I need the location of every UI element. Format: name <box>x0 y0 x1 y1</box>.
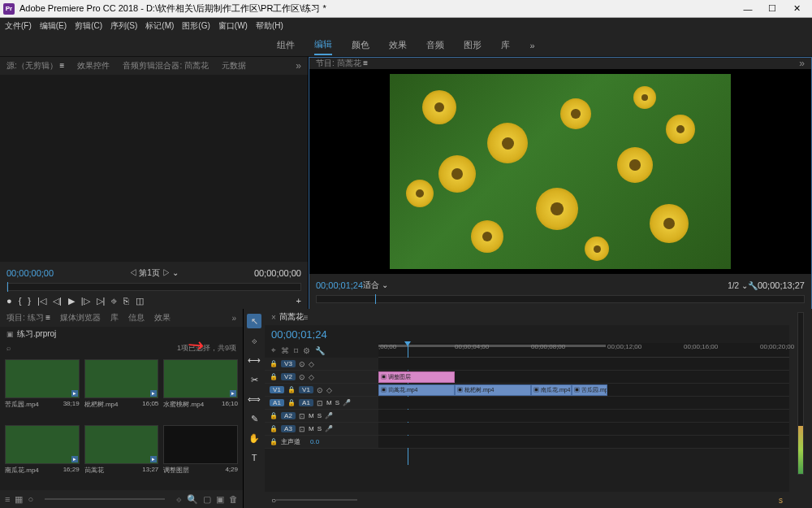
ripple-edit-tool[interactable]: ⟷ <box>247 353 261 367</box>
program-tc[interactable]: 00;00;01;24 <box>316 280 363 290</box>
source-tc-in[interactable]: 00;00;00;00 <box>6 268 54 278</box>
workspace-assembly[interactable]: 组件 <box>277 36 295 54</box>
add-button-icon[interactable]: + <box>296 296 301 306</box>
workspace-audio[interactable]: 音频 <box>426 36 444 54</box>
tab-source[interactable]: 源:（无剪辑） ≡ <box>6 60 64 72</box>
new-bin-icon[interactable]: ▢ <box>203 494 211 505</box>
tab-audio-mixer[interactable]: 音频剪辑混合器: 茼蒿花 <box>123 60 209 72</box>
program-scrubber[interactable] <box>316 295 805 303</box>
marker-add-icon[interactable]: ⌑ <box>294 346 298 355</box>
track-v3[interactable]: 🔒V3⊙◇ <box>265 358 789 371</box>
wrench-icon[interactable]: 🔧 <box>315 346 325 355</box>
close-button[interactable]: ✕ <box>784 1 809 17</box>
menu-help[interactable]: 帮助(H) <box>256 20 283 32</box>
project-item[interactable]: ▸南瓜花.mp416;29 <box>5 425 80 486</box>
tab-info[interactable]: 信息 <box>128 312 145 323</box>
program-fit[interactable]: 适合 ⌄ <box>363 280 388 291</box>
tab-project[interactable]: 项目: 练习 ≡ <box>6 312 50 323</box>
tab-effects[interactable]: 效果 <box>154 312 171 323</box>
sync-lock-icon[interactable]: s <box>779 496 783 505</box>
track-select-tool[interactable]: ⟐ <box>247 333 261 348</box>
tab-libraries[interactable]: 库 <box>110 312 119 323</box>
project-item[interactable]: ▸茼蒿花13;27 <box>84 425 159 486</box>
timeline-tc[interactable]: 00;00;01;24 <box>271 328 327 341</box>
project-item[interactable]: ▸水蜜桃树.mp416;10 <box>163 359 238 420</box>
track-a3[interactable]: 🔒A3⊡MS🎤 <box>265 423 789 436</box>
slip-tool[interactable]: ⟺ <box>247 392 261 406</box>
maximize-button[interactable]: ☐ <box>760 1 784 17</box>
menu-graphics[interactable]: 图形(G) <box>182 20 209 32</box>
step-forward-icon[interactable]: |▷ <box>81 296 90 306</box>
type-tool[interactable]: T <box>247 450 261 465</box>
minimize-button[interactable]: — <box>736 1 760 17</box>
workspace-library[interactable]: 库 <box>501 36 510 54</box>
razor-tool[interactable]: ✂ <box>247 372 261 387</box>
search-icon[interactable]: ⌕ <box>6 344 11 352</box>
in-point-icon[interactable]: { <box>19 296 22 306</box>
track-v1[interactable]: V1🔒V1⊙◇ ▣ 茼蒿花.mp4 ▣ 枇杷树.mp4 ▣ 南瓜花.mp4 ▣ … <box>265 384 789 397</box>
settings-icon[interactable]: ⚙ <box>303 346 310 355</box>
project-breadcrumb[interactable]: ▣ 练习.prproj <box>0 327 243 341</box>
find-icon[interactable]: 🔍 <box>187 494 198 505</box>
project-item[interactable]: ▸苦瓜园.mp438;19 <box>5 359 80 420</box>
source-scrubber[interactable] <box>6 283 301 291</box>
tab-effect-controls[interactable]: 效果控件 <box>77 60 110 72</box>
program-zoom[interactable]: 1/2 ⌄ <box>728 281 748 290</box>
close-seq-icon[interactable]: × <box>271 313 276 322</box>
tab-metadata[interactable]: 元数据 <box>222 60 246 72</box>
audio-meter[interactable] <box>797 312 804 475</box>
menu-file[interactable]: 文件(F) <box>5 20 32 32</box>
track-a1[interactable]: A1🔒A1⊡MS🎤 <box>265 397 789 410</box>
play-icon[interactable]: ▶ <box>68 296 75 306</box>
step-back-icon[interactable]: ◁| <box>53 296 62 306</box>
workspace-editing[interactable]: 编辑 <box>314 35 332 55</box>
menu-marker[interactable]: 标记(M) <box>145 20 174 32</box>
freeform-view-icon[interactable]: ○ <box>28 494 33 504</box>
linked-sel-icon[interactable]: ⌘ <box>281 346 289 355</box>
list-view-icon[interactable]: ≡ <box>5 494 10 504</box>
tab-program[interactable]: 节目: 茼蒿花 ≡ <box>316 58 368 69</box>
clip[interactable]: ▣ 南瓜花.mp4 <box>531 384 572 396</box>
project-overflow[interactable]: » <box>231 314 236 323</box>
clip[interactable]: ▣ 苦瓜园.mp4 <box>572 384 607 396</box>
program-overflow[interactable]: » <box>799 58 805 69</box>
sequence-name[interactable]: 茼蒿花 <box>279 311 304 323</box>
snap-icon[interactable]: ⌖ <box>271 345 276 355</box>
overwrite-icon[interactable]: ⎘ <box>123 296 129 306</box>
export-frame-icon[interactable]: ◫ <box>136 296 144 306</box>
source-fit[interactable]: ◁ 第1页 ▷ ⌄ <box>129 267 179 279</box>
menu-edit[interactable]: 编辑(E) <box>40 20 67 32</box>
goto-out-icon[interactable]: ▷| <box>97 296 106 306</box>
workspace-effects[interactable]: 效果 <box>389 36 407 54</box>
clip[interactable]: ▣ 调整图层 <box>378 371 455 383</box>
project-item[interactable]: ▸枇杷树.mp416;05 <box>84 359 159 420</box>
new-item-icon[interactable]: ▣ <box>216 494 224 505</box>
insert-icon[interactable]: ⎆ <box>111 296 117 306</box>
track-master[interactable]: 🔒主声道0.0 <box>265 436 789 449</box>
trash-icon[interactable]: 🗑 <box>229 494 238 504</box>
timeline-zoom-slider[interactable] <box>276 499 357 501</box>
program-monitor[interactable] <box>309 69 811 274</box>
icon-view-icon[interactable]: ▦ <box>15 494 23 505</box>
clip[interactable]: ▣ 茼蒿花.mp4 <box>378 384 455 396</box>
timeline-ruler[interactable]: ;00;00 00;00;04;00 00;00;08;00 00;00;12;… <box>378 343 789 358</box>
source-overflow[interactable]: » <box>296 60 301 72</box>
pen-tool[interactable]: ✎ <box>247 411 261 426</box>
wrench-icon[interactable]: 🔧 <box>748 281 758 290</box>
source-monitor[interactable] <box>0 75 308 262</box>
thumb-size-slider[interactable] <box>45 498 165 500</box>
out-point-icon[interactable]: } <box>28 296 31 306</box>
menu-clip[interactable]: 剪辑(C) <box>75 20 102 32</box>
marker-icon[interactable]: ● <box>6 296 12 306</box>
menu-window[interactable]: 窗口(W) <box>218 20 248 32</box>
track-a2[interactable]: 🔒A2⊡MS🎤 <box>265 410 789 423</box>
clip[interactable]: ▣ 枇杷树.mp4 <box>455 384 531 396</box>
project-item[interactable]: 调整图层4;29 <box>163 425 238 486</box>
sort-icon[interactable]: ⟐ <box>176 494 182 504</box>
workspace-color[interactable]: 颜色 <box>352 36 369 54</box>
hand-tool[interactable]: ✋ <box>247 431 261 445</box>
workspace-overflow[interactable]: » <box>529 37 534 54</box>
track-v2[interactable]: 🔒V2⊙◇ ▣ 调整图层 <box>265 371 789 384</box>
selection-tool[interactable]: ↖ <box>247 314 261 328</box>
tab-media-browser[interactable]: 媒体浏览器 <box>60 312 101 323</box>
